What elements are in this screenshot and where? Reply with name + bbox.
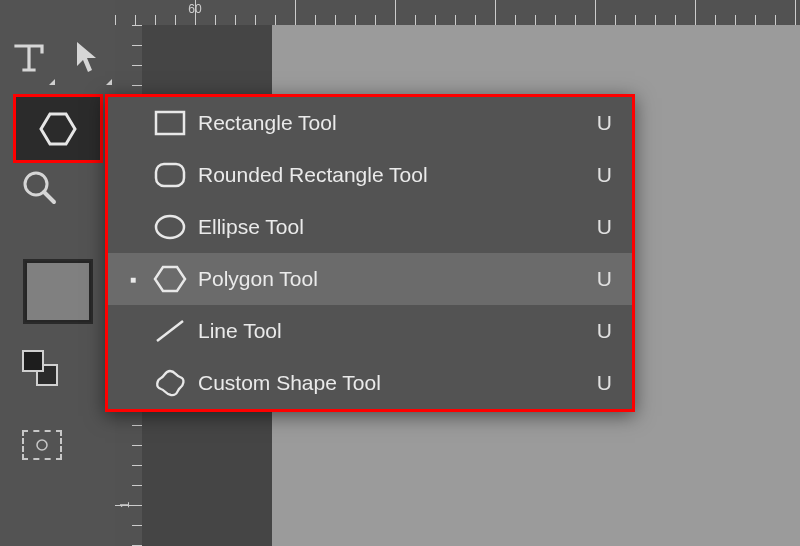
polygon-icon [148,264,192,294]
quick-mask-area [0,430,115,460]
line-icon [148,317,192,345]
horizontal-ruler: 60 [115,0,800,25]
ellipse-icon [148,213,192,241]
flyout-item-label: Line Tool [198,319,588,343]
flyout-item-custom-shape[interactable]: Custom Shape Tool U [108,357,632,409]
zoom-tool[interactable] [0,158,115,218]
submenu-indicator-icon [49,79,55,85]
flyout-item-ellipse[interactable]: Ellipse Tool U [108,201,632,253]
shape-tool-flyout: Rectangle Tool U Rounded Rectangle Tool … [105,94,635,412]
svg-marker-3 [41,114,75,144]
svg-line-8 [157,321,183,341]
toolbar [0,0,115,546]
svg-line-1 [44,192,54,202]
check-indicator: ■ [124,274,142,285]
flyout-item-shortcut: U [588,371,612,395]
magnifier-icon [22,170,58,206]
shape-tool-highlighted[interactable] [13,94,103,163]
flyout-item-label: Custom Shape Tool [198,371,588,395]
flyout-item-shortcut: U [588,267,612,291]
rounded-rectangle-icon [148,161,192,189]
move-tool[interactable] [58,26,116,88]
mini-foreground-swatch[interactable] [22,350,44,372]
type-tool[interactable] [0,26,58,88]
svg-point-6 [156,216,184,238]
flyout-item-polygon[interactable]: ■ Polygon Tool U [108,253,632,305]
rectangle-icon [148,109,192,137]
flyout-item-shortcut: U [588,111,612,135]
svg-rect-4 [156,112,184,134]
flyout-item-label: Polygon Tool [198,267,588,291]
flyout-item-label: Rounded Rectangle Tool [198,163,588,187]
quick-mask-icon [31,437,53,453]
svg-rect-5 [156,164,184,186]
flyout-item-line[interactable]: Line Tool U [108,305,632,357]
polygon-icon [38,109,78,149]
foreground-color-swatch[interactable] [23,259,93,324]
svg-marker-7 [155,267,185,291]
flyout-item-rounded-rectangle[interactable]: Rounded Rectangle Tool U [108,149,632,201]
quick-mask-toggle[interactable] [22,430,62,460]
type-icon [12,40,46,74]
flyout-item-shortcut: U [588,163,612,187]
foreground-color-panel [0,246,115,336]
submenu-indicator-icon [106,79,112,85]
default-swap-colors [0,350,115,390]
svg-point-2 [37,440,47,450]
flyout-item-shortcut: U [588,215,612,239]
custom-shape-icon [148,368,192,398]
flyout-item-shortcut: U [588,319,612,343]
flyout-item-rectangle[interactable]: Rectangle Tool U [108,97,632,149]
pointer-icon [71,40,101,74]
flyout-item-label: Rectangle Tool [198,111,588,135]
ruler-label: 1 [118,502,132,509]
flyout-item-label: Ellipse Tool [198,215,588,239]
